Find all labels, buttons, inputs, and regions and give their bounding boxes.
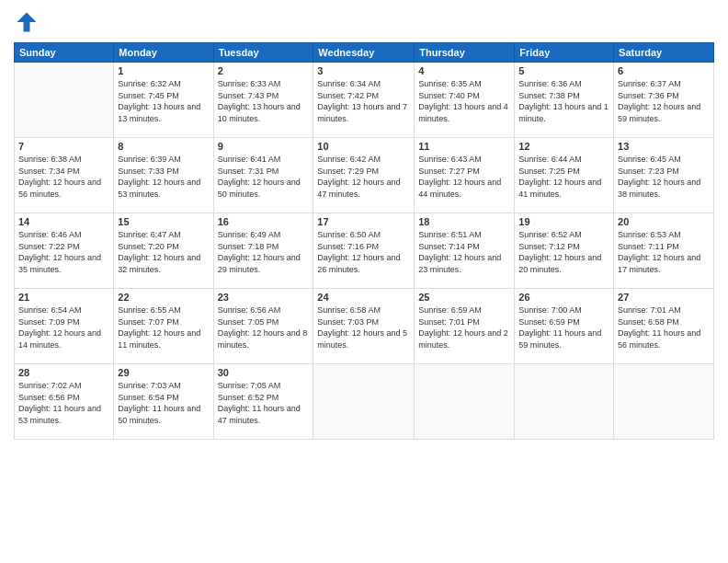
day-cell: 14Sunrise: 6:46 AMSunset: 7:22 PMDayligh… bbox=[15, 213, 114, 289]
day-number: 17 bbox=[317, 216, 410, 227]
day-cell: 20Sunrise: 6:53 AMSunset: 7:11 PMDayligh… bbox=[614, 213, 714, 289]
day-cell: 3Sunrise: 6:34 AMSunset: 7:42 PMDaylight… bbox=[313, 63, 415, 138]
day-info: Sunrise: 6:58 AMSunset: 7:03 PMDaylight:… bbox=[317, 304, 410, 350]
day-cell: 4Sunrise: 6:35 AMSunset: 7:40 PMDaylight… bbox=[415, 63, 515, 138]
day-cell: 2Sunrise: 6:33 AMSunset: 7:43 PMDaylight… bbox=[213, 63, 313, 138]
day-number: 5 bbox=[518, 65, 609, 76]
day-cell: 18Sunrise: 6:51 AMSunset: 7:14 PMDayligh… bbox=[415, 213, 515, 289]
day-cell: 1Sunrise: 6:32 AMSunset: 7:45 PMDaylight… bbox=[114, 63, 213, 138]
day-cell: 16Sunrise: 6:49 AMSunset: 7:18 PMDayligh… bbox=[213, 213, 313, 289]
svg-marker-0 bbox=[17, 13, 37, 32]
day-info: Sunrise: 6:35 AMSunset: 7:40 PMDaylight:… bbox=[418, 78, 510, 124]
day-info: Sunrise: 6:34 AMSunset: 7:42 PMDaylight:… bbox=[317, 78, 410, 124]
day-info: Sunrise: 6:44 AMSunset: 7:25 PMDaylight:… bbox=[518, 154, 609, 200]
day-cell: 23Sunrise: 6:56 AMSunset: 7:05 PMDayligh… bbox=[213, 289, 313, 364]
day-number: 29 bbox=[118, 367, 209, 378]
day-number: 2 bbox=[218, 65, 310, 76]
day-info: Sunrise: 6:53 AMSunset: 7:11 PMDaylight:… bbox=[618, 229, 710, 275]
day-number: 21 bbox=[18, 292, 109, 303]
day-info: Sunrise: 6:42 AMSunset: 7:29 PMDaylight:… bbox=[317, 154, 410, 200]
day-cell: 6Sunrise: 6:37 AMSunset: 7:36 PMDaylight… bbox=[614, 63, 714, 138]
day-info: Sunrise: 6:54 AMSunset: 7:09 PMDaylight:… bbox=[18, 304, 109, 350]
week-row-4: 21Sunrise: 6:54 AMSunset: 7:09 PMDayligh… bbox=[15, 289, 714, 364]
day-cell: 19Sunrise: 6:52 AMSunset: 7:12 PMDayligh… bbox=[515, 213, 614, 289]
day-info: Sunrise: 6:49 AMSunset: 7:18 PMDaylight:… bbox=[218, 229, 310, 275]
day-cell: 8Sunrise: 6:39 AMSunset: 7:33 PMDaylight… bbox=[114, 138, 213, 213]
day-number: 16 bbox=[218, 216, 310, 227]
weekday-header-sunday: Sunday bbox=[15, 43, 114, 63]
day-number: 9 bbox=[218, 141, 310, 152]
day-info: Sunrise: 6:56 AMSunset: 7:05 PMDaylight:… bbox=[218, 304, 310, 350]
day-info: Sunrise: 6:51 AMSunset: 7:14 PMDaylight:… bbox=[418, 229, 510, 275]
day-info: Sunrise: 6:41 AMSunset: 7:31 PMDaylight:… bbox=[218, 154, 310, 200]
day-number: 11 bbox=[418, 141, 510, 152]
day-info: Sunrise: 6:50 AMSunset: 7:16 PMDaylight:… bbox=[317, 229, 410, 275]
day-info: Sunrise: 7:00 AMSunset: 6:59 PMDaylight:… bbox=[518, 304, 609, 350]
week-row-5: 28Sunrise: 7:02 AMSunset: 6:56 PMDayligh… bbox=[15, 364, 714, 440]
day-cell: 12Sunrise: 6:44 AMSunset: 7:25 PMDayligh… bbox=[515, 138, 614, 213]
day-cell: 15Sunrise: 6:47 AMSunset: 7:20 PMDayligh… bbox=[114, 213, 213, 289]
weekday-header-row: SundayMondayTuesdayWednesdayThursdayFrid… bbox=[15, 43, 714, 63]
day-info: Sunrise: 6:33 AMSunset: 7:43 PMDaylight:… bbox=[218, 78, 310, 124]
day-cell: 13Sunrise: 6:45 AMSunset: 7:23 PMDayligh… bbox=[614, 138, 714, 213]
day-cell: 26Sunrise: 7:00 AMSunset: 6:59 PMDayligh… bbox=[515, 289, 614, 364]
day-info: Sunrise: 6:55 AMSunset: 7:07 PMDaylight:… bbox=[118, 304, 209, 350]
day-number: 19 bbox=[518, 216, 609, 227]
day-number: 12 bbox=[518, 141, 609, 152]
day-number: 15 bbox=[118, 216, 209, 227]
day-cell: 11Sunrise: 6:43 AMSunset: 7:27 PMDayligh… bbox=[415, 138, 515, 213]
header bbox=[14, 9, 714, 35]
day-info: Sunrise: 7:05 AMSunset: 6:52 PMDaylight:… bbox=[218, 380, 310, 426]
day-number: 1 bbox=[118, 65, 209, 76]
day-cell: 7Sunrise: 6:38 AMSunset: 7:34 PMDaylight… bbox=[15, 138, 114, 213]
day-number: 25 bbox=[418, 292, 510, 303]
weekday-header-saturday: Saturday bbox=[614, 43, 714, 63]
weekday-header-friday: Friday bbox=[515, 43, 614, 63]
day-info: Sunrise: 6:45 AMSunset: 7:23 PMDaylight:… bbox=[618, 154, 710, 200]
day-cell: 22Sunrise: 6:55 AMSunset: 7:07 PMDayligh… bbox=[114, 289, 213, 364]
day-number: 28 bbox=[18, 367, 109, 378]
day-info: Sunrise: 6:46 AMSunset: 7:22 PMDaylight:… bbox=[18, 229, 109, 275]
day-cell bbox=[313, 364, 415, 440]
day-info: Sunrise: 6:38 AMSunset: 7:34 PMDaylight:… bbox=[18, 154, 109, 200]
calendar-table: SundayMondayTuesdayWednesdayThursdayFrid… bbox=[14, 42, 714, 440]
day-cell: 5Sunrise: 6:36 AMSunset: 7:38 PMDaylight… bbox=[515, 63, 614, 138]
day-cell: 21Sunrise: 6:54 AMSunset: 7:09 PMDayligh… bbox=[15, 289, 114, 364]
day-cell: 28Sunrise: 7:02 AMSunset: 6:56 PMDayligh… bbox=[15, 364, 114, 440]
page: SundayMondayTuesdayWednesdayThursdayFrid… bbox=[0, 0, 728, 563]
logo-icon bbox=[14, 9, 40, 35]
day-info: Sunrise: 6:37 AMSunset: 7:36 PMDaylight:… bbox=[618, 78, 710, 124]
day-cell bbox=[415, 364, 515, 440]
day-number: 7 bbox=[18, 141, 109, 152]
day-cell: 24Sunrise: 6:58 AMSunset: 7:03 PMDayligh… bbox=[313, 289, 415, 364]
day-cell: 29Sunrise: 7:03 AMSunset: 6:54 PMDayligh… bbox=[114, 364, 213, 440]
day-number: 3 bbox=[317, 65, 410, 76]
day-cell: 30Sunrise: 7:05 AMSunset: 6:52 PMDayligh… bbox=[213, 364, 313, 440]
day-number: 4 bbox=[418, 65, 510, 76]
day-number: 18 bbox=[418, 216, 510, 227]
day-number: 6 bbox=[618, 65, 710, 76]
day-cell bbox=[614, 364, 714, 440]
weekday-header-monday: Monday bbox=[114, 43, 213, 63]
logo bbox=[14, 9, 43, 35]
day-number: 22 bbox=[118, 292, 209, 303]
day-info: Sunrise: 6:52 AMSunset: 7:12 PMDaylight:… bbox=[518, 229, 609, 275]
day-cell: 27Sunrise: 7:01 AMSunset: 6:58 PMDayligh… bbox=[614, 289, 714, 364]
weekday-header-tuesday: Tuesday bbox=[213, 43, 313, 63]
day-number: 8 bbox=[118, 141, 209, 152]
week-row-2: 7Sunrise: 6:38 AMSunset: 7:34 PMDaylight… bbox=[15, 138, 714, 213]
day-number: 27 bbox=[618, 292, 710, 303]
day-cell: 10Sunrise: 6:42 AMSunset: 7:29 PMDayligh… bbox=[313, 138, 415, 213]
day-info: Sunrise: 6:36 AMSunset: 7:38 PMDaylight:… bbox=[518, 78, 609, 124]
day-number: 30 bbox=[218, 367, 310, 378]
day-number: 13 bbox=[618, 141, 710, 152]
day-number: 10 bbox=[317, 141, 410, 152]
day-number: 20 bbox=[618, 216, 710, 227]
week-row-1: 1Sunrise: 6:32 AMSunset: 7:45 PMDaylight… bbox=[15, 63, 714, 138]
weekday-header-wednesday: Wednesday bbox=[313, 43, 415, 63]
day-info: Sunrise: 6:47 AMSunset: 7:20 PMDaylight:… bbox=[118, 229, 209, 275]
day-number: 14 bbox=[18, 216, 109, 227]
day-info: Sunrise: 7:03 AMSunset: 6:54 PMDaylight:… bbox=[118, 380, 209, 426]
day-cell bbox=[515, 364, 614, 440]
day-cell: 17Sunrise: 6:50 AMSunset: 7:16 PMDayligh… bbox=[313, 213, 415, 289]
